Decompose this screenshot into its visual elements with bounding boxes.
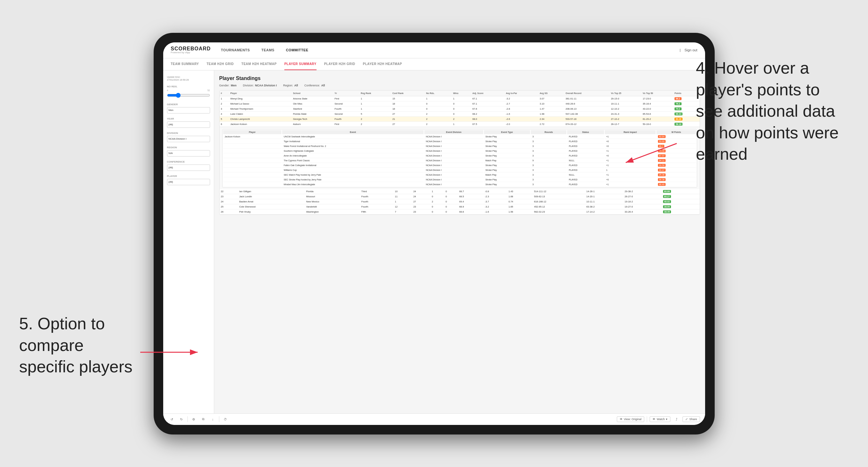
share-btn[interactable]: ⤢ Share	[682, 416, 700, 422]
event-row: Mirabel Maui Jim Intercollegiate NCAA Di…	[223, 183, 696, 187]
undo-btn[interactable]: ↺	[168, 416, 175, 423]
points-badge[interactable]: 38.49	[663, 210, 671, 213]
export-btn[interactable]: ⤴	[673, 416, 680, 423]
filter-region: Region: All	[283, 84, 298, 87]
nav-committee[interactable]: COMMITTEE	[285, 48, 310, 52]
points-badge[interactable]: 88.2	[675, 97, 682, 100]
event-row: Williams Cup NCAA Division I Stroke Play…	[223, 168, 696, 173]
year-select[interactable]: (All)	[167, 121, 210, 128]
conference-label: Conference	[167, 160, 210, 163]
no-rds-label: No Rds.	[167, 85, 210, 88]
event-points[interactable]: 46.7	[658, 145, 664, 148]
sign-out-btn[interactable]: Sign out	[684, 48, 697, 52]
col-reg-rank: Reg Rank	[360, 91, 391, 96]
nav-tournaments[interactable]: TOURNAMENTS	[220, 48, 251, 52]
sidebar-player: Player (All)	[167, 175, 210, 185]
points-badge-highlighted[interactable]: 60.49	[675, 118, 683, 121]
col-school: School	[292, 91, 333, 96]
player-label: Player	[167, 175, 210, 178]
nav-teams[interactable]: TEAMS	[260, 48, 276, 52]
clock-btn[interactable]: ⏱	[222, 416, 229, 423]
event-col-event: Event	[282, 130, 424, 134]
outer-wrapper: SCOREBOARD Powered by clipp TOURNAMENTS …	[0, 0, 868, 467]
nav-separator: |	[680, 48, 681, 52]
bottom-toolbar: ↺ ↻ ⚙ ⧉ ↓ ⏱ 👁 View: Original 👁 Watch ▾	[163, 413, 705, 425]
watch-icon: 👁	[652, 417, 655, 421]
event-row: Wake Forest Invitational at Pinehurst No…	[223, 145, 696, 149]
table-row: 25 Cole Sherwood Vanderbilt Fourth 12 23…	[220, 204, 700, 209]
division-select[interactable]: NCAA Division I	[167, 136, 210, 142]
sidebar-division: Division NCAA Division I	[167, 132, 210, 142]
tablet-screen: SCOREBOARD Powered by clipp TOURNAMENTS …	[163, 42, 705, 425]
points-badge[interactable]: 80.27	[663, 195, 671, 198]
standings-title: Player Standings	[219, 75, 700, 81]
region-select[interactable]: N/A	[167, 150, 210, 157]
event-points[interactable]: 30.47	[658, 168, 665, 172]
tab-player-h2h-heatmap[interactable]: PLAYER H2H HEATMAP	[363, 58, 402, 70]
copy-btn[interactable]: ⧉	[200, 416, 207, 423]
event-points[interactable]: 56.38	[658, 178, 665, 181]
col-wins: Wins	[452, 91, 471, 96]
gender-label: Gender	[167, 103, 210, 106]
event-points[interactable]: 25.36	[658, 174, 665, 176]
conference-select[interactable]: (All)	[167, 164, 210, 171]
tab-team-h2h-heatmap[interactable]: TEAM H2H HEATMAP	[241, 58, 277, 70]
col-conf-rank: Conf Rank	[391, 91, 425, 96]
no-rds-slider[interactable]	[167, 93, 210, 98]
event-row: Tiger Invitational NCAA Division I Strok…	[223, 139, 696, 144]
points-badge[interactable]: 58.18	[675, 123, 683, 126]
tab-player-h2h-grid[interactable]: PLAYER H2H GRID	[324, 58, 355, 70]
watch-btn[interactable]: 👁 Watch ▾	[650, 416, 670, 422]
toolbar-divider	[187, 416, 188, 422]
logo-area: SCOREBOARD Powered by clipp	[171, 46, 211, 54]
division-label: Division	[167, 132, 210, 134]
view-icon: 👁	[620, 417, 623, 421]
points-badge[interactable]: 80.68	[663, 190, 671, 193]
event-points[interactable]: 16.50	[658, 164, 665, 167]
annotation-4: 4. Hover over a player's points to see a…	[696, 57, 849, 165]
table-row: 1 Wenyi Ding Arizona State First 1 15 1 …	[220, 96, 700, 101]
gender-select[interactable]: Men	[167, 107, 210, 114]
view-label: View: Original	[624, 417, 641, 421]
toolbar-divider-2	[219, 416, 219, 422]
points-badge[interactable]: 76.2	[675, 102, 682, 105]
view-original-btn[interactable]: 👁 View: Original	[617, 416, 644, 422]
event-row: SEC Match Play hosted by Jerry Pate NCAA…	[223, 173, 696, 177]
standings-table-wrapper: # Player School Yr Reg Rank Conf Rank No…	[219, 90, 700, 215]
share-icon: ⤢	[685, 417, 688, 421]
points-badge[interactable]: 68.34	[675, 113, 683, 115]
download-btn[interactable]: ↓	[210, 416, 216, 423]
points-badge[interactable]: 38.95	[663, 205, 671, 208]
table-body: 1 Wenyi Ding Arizona State First 1 15 1 …	[220, 96, 700, 127]
col-avg-sg: Avg SG	[538, 91, 564, 96]
event-points[interactable]: 24.11	[658, 159, 665, 162]
col-player: Player	[229, 91, 292, 96]
tab-player-summary[interactable]: PLAYER SUMMARY	[284, 58, 316, 70]
event-points[interactable]: 87.57	[658, 154, 665, 157]
sidebar-region: Region N/A	[167, 146, 210, 157]
event-points[interactable]: 66.40	[658, 183, 665, 186]
standings-table: # Player School Yr Reg Rank Conf Rank No…	[220, 91, 700, 127]
settings-btn[interactable]: ⚙	[190, 416, 197, 423]
table-row: 3 Michael Thorbjornsen Stanford Fourth 1…	[220, 106, 700, 111]
points-badge[interactable]: 70.2	[675, 107, 682, 110]
event-points[interactable]: 73.33	[658, 150, 665, 152]
redo-btn[interactable]: ↻	[178, 416, 185, 423]
player-select[interactable]: (All)	[167, 179, 210, 185]
event-col-points: W Points	[656, 130, 696, 134]
right-panel: Player Standings Gender: Men Division: N…	[214, 70, 705, 413]
points-badge[interactable]: 40.02	[663, 200, 671, 203]
event-points[interactable]: 53.60	[658, 140, 665, 143]
region-label: Region	[167, 146, 210, 149]
annotation-5: 5. Option to compare specific players	[19, 313, 134, 378]
table-row: 2 Michael La Sasso Ole Miss Second 1 18 …	[220, 101, 700, 106]
sidebar-update-time: Update time: 27/01/2024 16:56:26	[167, 75, 210, 81]
col-rank: #	[220, 91, 229, 96]
main-content: Update time: 27/01/2024 16:56:26 No Rds.…	[163, 70, 705, 413]
tab-team-h2h-grid[interactable]: TEAM H2H GRID	[207, 58, 234, 70]
event-breakdown: Player Event Event Division Event Type R…	[220, 127, 700, 189]
tab-team-summary[interactable]: TEAM SUMMARY	[171, 58, 199, 70]
event-row: The Cypress Point Classic NCAA Division …	[223, 159, 696, 163]
event-points[interactable]: 40.64	[658, 135, 665, 138]
filter-row: Gender: Men Division: NCAA Division I Re…	[219, 84, 700, 87]
